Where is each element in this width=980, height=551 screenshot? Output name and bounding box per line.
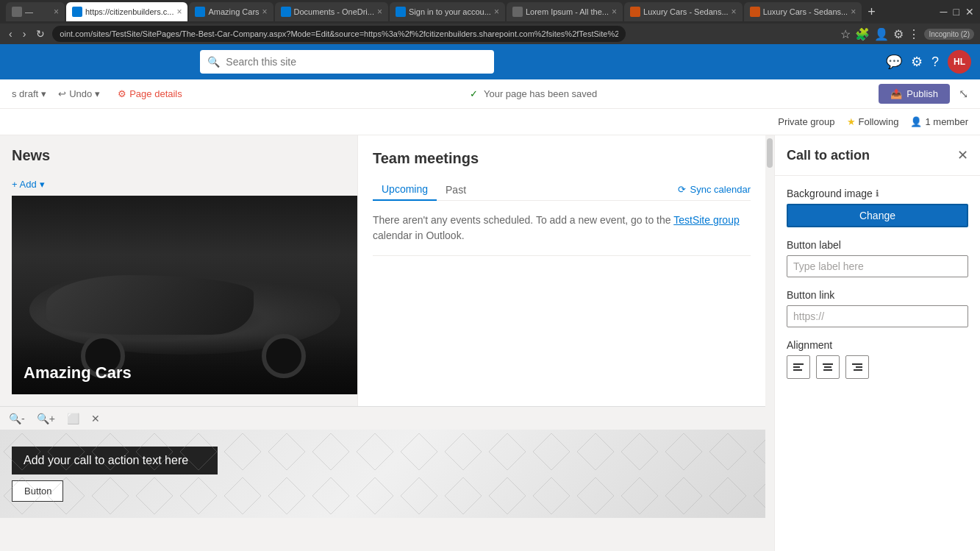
undo-dropdown-icon[interactable]: ▾ — [95, 88, 100, 99]
button-label-group: Button label — [787, 239, 968, 277]
background-image-group: Background image ℹ Change — [787, 188, 968, 227]
tab-bar: — × https://citizenbuilders.c... × Amazi… — [0, 0, 980, 24]
tab-1[interactable]: — × — [6, 2, 65, 21]
tab-close-5[interactable]: × — [494, 7, 499, 17]
back-button[interactable]: ‹ — [6, 26, 15, 41]
main-area: News + Add ▾ — [0, 135, 980, 551]
extension-icon[interactable]: 🧩 — [855, 27, 870, 41]
search-input[interactable] — [226, 56, 487, 68]
forward-button[interactable]: › — [20, 26, 29, 41]
tab-close-4[interactable]: × — [377, 7, 382, 17]
undo-button[interactable]: ↩ Undo ▾ — [52, 85, 106, 102]
page-details-icon: ⚙ — [118, 88, 126, 99]
new-tab-button[interactable]: + — [863, 4, 880, 20]
sync-calendar-button[interactable]: ⟳ Sync calendar — [678, 184, 751, 195]
incognito-badge: Incognito (2) — [924, 29, 974, 40]
sync-icon: ⟳ — [678, 184, 686, 195]
help-icon[interactable]: ? — [931, 54, 939, 70]
search-box[interactable]: 🔍 — [200, 50, 494, 74]
page-scrollbar[interactable] — [765, 135, 774, 551]
members-icon: 👤 — [910, 116, 922, 127]
draft-dropdown[interactable]: ▾ — [41, 88, 46, 99]
team-meetings-title: Team meetings — [373, 150, 751, 167]
align-center-icon — [822, 361, 834, 373]
user-avatar[interactable]: HL — [948, 50, 971, 74]
site-meta: Private group ★ Following 👤 1 member — [778, 116, 968, 127]
add-chevron: ▾ — [40, 179, 45, 190]
right-panel: Call to action ✕ Background image ℹ Chan… — [774, 135, 980, 551]
svg-rect-4 — [793, 369, 802, 371]
svg-rect-8 — [852, 363, 862, 365]
tab-favicon-3 — [195, 7, 205, 17]
testsite-link[interactable]: TestSite group — [673, 214, 740, 226]
scrollbar-thumb[interactable] — [767, 138, 773, 168]
address-bar[interactable] — [52, 26, 626, 42]
site-edit-toolbar: s draft ▾ ↩ Undo ▾ ⚙ Page details ✓ Your… — [0, 79, 980, 109]
alignment-group: Alignment — [787, 339, 968, 379]
settings-icon[interactable]: ⚙ — [893, 27, 904, 41]
site-subheader: Private group ★ Following 👤 1 member — [0, 109, 980, 135]
saved-checkmark: ✓ — [470, 88, 478, 99]
svg-rect-7 — [823, 369, 832, 371]
panel-body: Background image ℹ Change Button label B… — [775, 176, 980, 391]
add-button[interactable]: + Add ▾ — [12, 179, 346, 190]
tab-close-1[interactable]: × — [54, 7, 59, 17]
news-column: News + Add ▾ — [0, 135, 357, 406]
tab-4[interactable]: Documents - OneDri... × — [275, 2, 388, 21]
settings-icon[interactable]: ⚙ — [911, 54, 923, 70]
background-image-label: Background image ℹ — [787, 188, 968, 199]
close-controls-button[interactable]: ✕ — [88, 410, 103, 427]
news-card-title: Amazing Cars — [24, 363, 132, 383]
zoom-in-button[interactable]: 🔍+ — [34, 410, 58, 427]
news-image-card[interactable]: Amazing Cars — [12, 196, 357, 394]
close-window-button[interactable]: ✕ — [965, 6, 974, 18]
tab-close-3[interactable]: × — [262, 7, 268, 17]
panel-title: Call to action — [787, 148, 957, 163]
sharepoint-topbar: 🔍 💬 ⚙ ? HL — [0, 44, 980, 79]
tab-close-7[interactable]: × — [732, 7, 737, 17]
button-link-input[interactable] — [787, 305, 968, 327]
tab-8[interactable]: Luxury Cars - Sedans... × — [744, 2, 862, 21]
tab-5[interactable]: Sign in to your accou... × — [390, 2, 505, 21]
alignment-label: Alignment — [787, 339, 968, 351]
tab-2[interactable]: https://citizenbuilders.c... × — [66, 2, 187, 21]
page-details-button[interactable]: ⚙ Page details — [112, 85, 188, 102]
fit-button[interactable]: ⬜ — [64, 410, 82, 427]
expand-icon[interactable]: ⤡ — [959, 87, 968, 101]
bookmark-icon[interactable]: ☆ — [840, 27, 851, 41]
divider — [373, 255, 751, 256]
tab-7[interactable]: Luxury Cars - Sedans... × — [624, 2, 743, 21]
following-button[interactable]: ★ Following — [847, 116, 899, 127]
star-icon: ★ — [847, 116, 856, 127]
publish-button[interactable]: 📤 Publish — [879, 84, 950, 104]
tab-upcoming[interactable]: Upcoming — [373, 179, 437, 201]
page-content: News + Add ▾ — [0, 135, 765, 551]
tab-close-6[interactable]: × — [612, 7, 617, 17]
align-center-button[interactable] — [816, 355, 840, 379]
tab-close-2[interactable]: × — [176, 7, 182, 17]
tab-past[interactable]: Past — [437, 179, 475, 200]
reload-button[interactable]: ↻ — [33, 26, 48, 41]
minimize-button[interactable]: ─ — [940, 6, 948, 18]
saved-message: Your page has been saved — [484, 88, 597, 99]
profile-icon[interactable]: 👤 — [874, 27, 889, 41]
team-meetings-section: Team meetings Upcoming Past ⟳ Sync calen… — [357, 135, 765, 406]
zoom-out-button[interactable]: 🔍- — [6, 410, 28, 427]
search-icon: 🔍 — [207, 56, 220, 68]
button-label-input[interactable] — [787, 255, 968, 277]
align-left-icon — [793, 361, 804, 373]
panel-close-button[interactable]: ✕ — [957, 147, 968, 163]
tab-favicon-5 — [396, 7, 406, 17]
notifications-icon[interactable]: 💬 — [886, 54, 902, 70]
align-right-button[interactable] — [845, 355, 869, 379]
content-grid: News + Add ▾ — [0, 135, 765, 406]
tab-close-8[interactable]: × — [851, 7, 856, 17]
tab-3[interactable]: Amazing Cars × — [189, 2, 273, 21]
info-icon: ℹ — [876, 188, 879, 199]
change-image-button[interactable]: Change — [787, 204, 968, 227]
tab-6[interactable]: Lorem Ipsum - All the... × — [507, 2, 623, 21]
more-icon[interactable]: ⋮ — [908, 27, 920, 41]
svg-rect-9 — [856, 366, 862, 368]
maximize-button[interactable]: □ — [954, 6, 959, 18]
align-left-button[interactable] — [787, 355, 810, 379]
